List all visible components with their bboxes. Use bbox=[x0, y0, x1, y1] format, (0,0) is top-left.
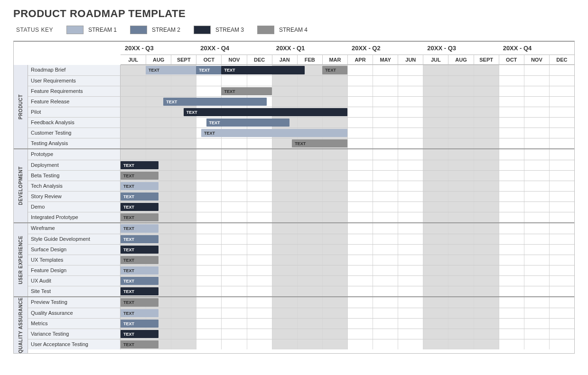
timeline-cell bbox=[499, 118, 524, 128]
timeline-cell bbox=[398, 202, 423, 212]
timeline-cell bbox=[448, 192, 473, 201]
timeline-cell bbox=[448, 308, 473, 318]
legend-swatch bbox=[194, 26, 211, 34]
timeline-cell bbox=[196, 329, 221, 339]
task-timeline: TEXT bbox=[121, 308, 574, 318]
month-header: DEC bbox=[247, 55, 272, 65]
timeline-cell bbox=[347, 223, 373, 234]
timeline-cell bbox=[221, 245, 246, 255]
timeline-cell bbox=[549, 138, 574, 148]
timeline-cell bbox=[171, 212, 196, 222]
timeline-cell bbox=[499, 65, 524, 75]
timeline-cell bbox=[448, 76, 473, 86]
timeline-cell bbox=[297, 276, 322, 286]
task-row: Story ReviewTEXT bbox=[28, 191, 574, 201]
timeline-cell bbox=[524, 234, 549, 244]
timeline-cell bbox=[524, 181, 549, 191]
group-label: QUALITY ASSURANCE bbox=[14, 297, 28, 353]
timeline-cell bbox=[398, 86, 423, 96]
month-header: OCT bbox=[499, 55, 524, 65]
timeline-cell bbox=[448, 181, 473, 191]
month-header: DEC bbox=[549, 55, 574, 65]
timeline-cell bbox=[196, 223, 221, 234]
timeline-cell bbox=[373, 97, 398, 107]
timeline-cell bbox=[196, 286, 221, 296]
timeline-cell bbox=[221, 339, 246, 349]
timeline-cell bbox=[121, 65, 146, 75]
gantt-bar: TEXT bbox=[146, 66, 196, 74]
timeline-cell bbox=[322, 181, 347, 191]
legend-label: STREAM 4 bbox=[279, 27, 308, 33]
timeline-cell bbox=[347, 202, 373, 212]
timeline-cell bbox=[499, 319, 524, 329]
month-header: MAY bbox=[373, 55, 398, 65]
timeline-cell bbox=[347, 245, 373, 255]
timeline-cell bbox=[171, 223, 196, 234]
timeline-cell bbox=[423, 97, 448, 107]
timeline-cell bbox=[549, 65, 574, 75]
task-group: QUALITY ASSURANCEPreview TestingTEXTQual… bbox=[14, 296, 574, 353]
task-timeline: TEXT bbox=[121, 118, 574, 128]
task-name: Testing Analysis bbox=[28, 138, 121, 148]
timeline-cell bbox=[121, 149, 146, 160]
timeline-cell bbox=[171, 339, 196, 349]
timeline-cell bbox=[146, 86, 171, 96]
quarter-header-row: 20XX - Q320XX - Q420XX - Q120XX - Q220XX… bbox=[14, 42, 574, 55]
task-row: UX TemplatesTEXT bbox=[28, 255, 574, 265]
timeline-cell bbox=[171, 265, 196, 275]
timeline-cell bbox=[524, 171, 549, 181]
timeline-cell bbox=[423, 171, 448, 181]
timeline-cell bbox=[549, 297, 574, 308]
legend-label: STREAM 2 bbox=[152, 27, 180, 33]
gantt-bar: TEXT bbox=[121, 203, 159, 211]
timeline-cell bbox=[524, 149, 549, 160]
timeline-cell bbox=[423, 65, 448, 75]
gantt-bar: TEXT bbox=[121, 309, 159, 317]
timeline-cell bbox=[322, 339, 347, 349]
timeline-cell bbox=[373, 171, 398, 181]
timeline-cell bbox=[247, 329, 272, 339]
task-row: Site TestTEXT bbox=[28, 286, 574, 296]
timeline-cell bbox=[196, 202, 221, 212]
timeline-cell bbox=[474, 319, 499, 329]
timeline-cell bbox=[247, 223, 272, 234]
timeline-cell bbox=[221, 212, 246, 222]
task-row: Feature ReleaseTEXT bbox=[28, 96, 574, 107]
month-header: AUG bbox=[448, 55, 473, 65]
timeline-cell bbox=[524, 138, 549, 148]
timeline-cell bbox=[474, 192, 499, 201]
timeline-cell bbox=[448, 245, 473, 255]
timeline-cell bbox=[146, 76, 171, 86]
timeline-cell bbox=[499, 192, 524, 201]
task-name: Preview Testing bbox=[28, 297, 121, 308]
timeline-cell bbox=[247, 286, 272, 296]
month-header: MAR bbox=[322, 55, 347, 65]
timeline-cell bbox=[247, 265, 272, 275]
timeline-cell bbox=[347, 138, 373, 148]
timeline-cell bbox=[347, 107, 373, 117]
timeline-cell bbox=[347, 171, 373, 181]
timeline-cell bbox=[171, 171, 196, 181]
timeline-cell bbox=[322, 276, 347, 286]
timeline-cell bbox=[272, 202, 297, 212]
timeline-cell bbox=[524, 297, 549, 308]
task-name: Beta Testing bbox=[28, 171, 121, 181]
month-header: SEPT bbox=[474, 55, 499, 65]
timeline-cell bbox=[146, 149, 171, 160]
group-label: PRODUCT bbox=[14, 65, 28, 148]
timeline-cell bbox=[549, 339, 574, 349]
timeline-cell bbox=[549, 149, 574, 160]
timeline-cell bbox=[373, 76, 398, 86]
task-timeline: TEXT bbox=[121, 202, 574, 212]
timeline-cell bbox=[448, 234, 473, 244]
timeline-cell bbox=[499, 212, 524, 222]
timeline-cell bbox=[247, 138, 272, 148]
task-timeline: TEXT bbox=[121, 265, 574, 275]
timeline-cell bbox=[196, 76, 221, 86]
timeline-cell bbox=[549, 128, 574, 138]
timeline-cell bbox=[373, 107, 398, 117]
timeline-cell bbox=[347, 286, 373, 296]
timeline-cell bbox=[297, 223, 322, 234]
timeline-cell bbox=[297, 297, 322, 308]
timeline-cell bbox=[297, 329, 322, 339]
